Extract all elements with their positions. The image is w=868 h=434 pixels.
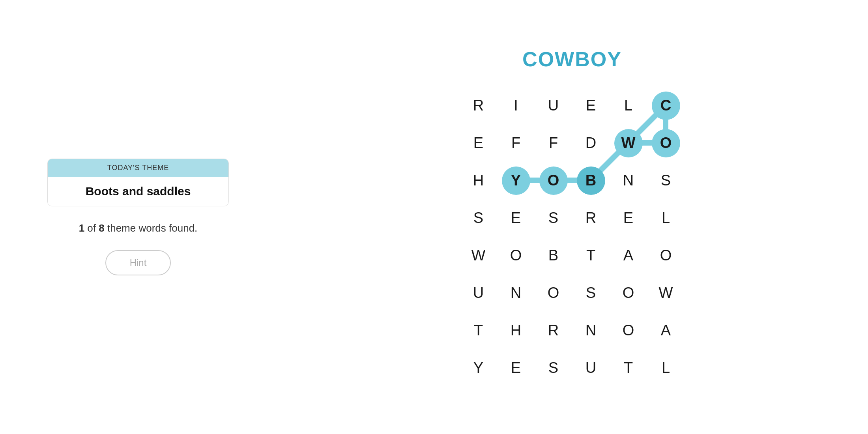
cell-letter: A — [661, 322, 671, 339]
grid-cell[interactable]: D — [572, 124, 610, 162]
found-total: 8 — [99, 222, 104, 234]
grid-cell[interactable]: N — [572, 312, 610, 349]
cell-letter: Y — [473, 359, 483, 376]
grid-cell[interactable]: R — [460, 87, 497, 124]
found-word-title: COWBOY — [522, 47, 622, 71]
grid-cell[interactable]: W — [647, 274, 685, 312]
grid-cell[interactable]: O — [647, 237, 685, 274]
grid-container: RIUELCEFFDWOHYOBNSSESRELWOBTAOUNOSOWTHRN… — [460, 87, 685, 387]
grid-cell[interactable]: F — [497, 124, 535, 162]
grid-cell[interactable]: E — [610, 199, 647, 237]
grid-cell[interactable]: O — [610, 312, 647, 349]
grid-cell[interactable]: E — [497, 199, 535, 237]
cell-letter: Y — [511, 172, 521, 189]
cell-letter: W — [621, 135, 636, 152]
grid-cell[interactable]: T — [610, 349, 647, 387]
grid-cell[interactable]: O — [647, 124, 685, 162]
hint-button[interactable]: Hint — [105, 250, 171, 275]
grid-cell[interactable]: C — [647, 87, 685, 124]
grid-cell[interactable]: R — [572, 199, 610, 237]
grid-cell[interactable]: E — [572, 87, 610, 124]
cell-letter: H — [473, 172, 484, 189]
cell-letter: W — [659, 284, 673, 301]
cell-letter: S — [548, 210, 558, 226]
cell-letter: F — [549, 135, 558, 152]
left-panel: TODAY'S THEME Boots and saddles 1 of 8 t… — [0, 143, 276, 291]
theme-label: TODAY'S THEME — [107, 164, 169, 172]
grid-cell[interactable]: S — [535, 349, 572, 387]
grid-cell[interactable]: A — [610, 237, 647, 274]
theme-body: Boots and saddles — [48, 177, 228, 206]
cell-letter: R — [473, 97, 484, 114]
cell-letter: H — [511, 322, 521, 339]
grid-cell[interactable]: L — [647, 199, 685, 237]
grid-cell[interactable]: L — [610, 87, 647, 124]
grid-cell[interactable]: W — [460, 237, 497, 274]
grid-cell[interactable]: U — [535, 87, 572, 124]
theme-card: TODAY'S THEME Boots and saddles — [47, 159, 229, 206]
grid-cell[interactable]: A — [647, 312, 685, 349]
cell-letter: R — [548, 322, 559, 339]
grid-cell[interactable]: I — [497, 87, 535, 124]
cell-letter: L — [662, 359, 670, 376]
cell-letter: L — [662, 210, 670, 226]
cell-letter: N — [623, 172, 634, 189]
cell-letter: R — [586, 210, 596, 226]
cell-letter: E — [586, 97, 596, 114]
grid-cell[interactable]: B — [572, 162, 610, 199]
grid-cell[interactable]: T — [460, 312, 497, 349]
cell-letter: U — [473, 284, 484, 301]
grid-cell[interactable]: S — [647, 162, 685, 199]
grid-cell[interactable]: S — [460, 199, 497, 237]
grid-cell[interactable]: R — [535, 312, 572, 349]
found-count: 1 — [79, 222, 84, 234]
grid-cell[interactable]: B — [535, 237, 572, 274]
grid-cell[interactable]: U — [572, 349, 610, 387]
grid-cell[interactable]: T — [572, 237, 610, 274]
cell-letter: T — [624, 359, 633, 376]
cell-letter: C — [660, 97, 671, 114]
cell-letter: O — [660, 247, 672, 264]
grid-cell[interactable]: O — [610, 274, 647, 312]
right-panel: COWBOY RIUELCEFFDWOHYOBNSSESRELWOBTAOUNO… — [276, 32, 868, 402]
grid-cell[interactable]: N — [497, 274, 535, 312]
grid-cell[interactable]: O — [535, 162, 572, 199]
cell-letter: O — [623, 284, 634, 301]
theme-header: TODAY'S THEME — [48, 159, 228, 177]
grid-cell[interactable]: Y — [460, 349, 497, 387]
found-suffix: theme words found. — [105, 222, 198, 234]
cell-letter: N — [511, 284, 521, 301]
grid-cell[interactable]: S — [572, 274, 610, 312]
grid-cell[interactable]: L — [647, 349, 685, 387]
cell-letter: T — [586, 247, 595, 264]
grid-cell[interactable]: O — [497, 237, 535, 274]
grid-cell[interactable]: W — [610, 124, 647, 162]
cell-letter: T — [474, 322, 483, 339]
cell-letter: E — [511, 210, 521, 226]
grid-cell[interactable]: U — [460, 274, 497, 312]
grid-cell[interactable]: Y — [497, 162, 535, 199]
grid-cell[interactable]: F — [535, 124, 572, 162]
grid-cell[interactable]: S — [535, 199, 572, 237]
cell-letter: B — [548, 247, 558, 264]
cell-letter: O — [510, 247, 522, 264]
cell-letter: S — [548, 359, 558, 376]
cell-letter: U — [548, 97, 559, 114]
theme-title: Boots and saddles — [86, 185, 191, 198]
grid-cell[interactable]: O — [535, 274, 572, 312]
grid-cell[interactable]: E — [497, 349, 535, 387]
cell-letter: U — [586, 359, 596, 376]
grid-cell[interactable]: E — [460, 124, 497, 162]
cell-letter: O — [548, 284, 559, 301]
grid-cell[interactable]: N — [610, 162, 647, 199]
cell-letter: O — [548, 172, 559, 189]
letter-grid[interactable]: RIUELCEFFDWOHYOBNSSESRELWOBTAOUNOSOWTHRN… — [460, 87, 685, 387]
cell-letter: E — [473, 135, 483, 152]
grid-cell[interactable]: H — [497, 312, 535, 349]
cell-letter: S — [586, 284, 596, 301]
cell-letter: B — [586, 172, 596, 189]
cell-letter: O — [660, 135, 672, 152]
cell-letter: N — [586, 322, 596, 339]
cell-letter: E — [511, 359, 521, 376]
grid-cell[interactable]: H — [460, 162, 497, 199]
